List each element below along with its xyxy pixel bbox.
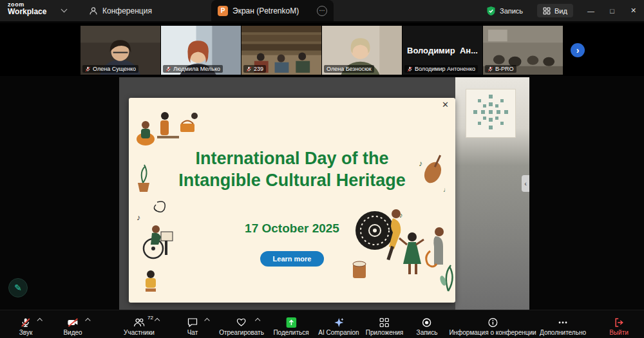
apps-grid-icon <box>379 317 390 328</box>
participants-video-strip: Олена Сущенко Людмила Мелько <box>0 23 644 76</box>
zoom-workplace-logo: zoom Workplace <box>8 2 46 16</box>
shared-screen-stage: ‹ ✕ ♪ <box>0 76 644 310</box>
participants-count-badge: 72 <box>147 315 153 321</box>
close-button[interactable]: ✕ <box>623 0 644 21</box>
shared-app-icon: P <box>218 6 228 16</box>
video-tile[interactable]: B-PRO <box>483 26 563 75</box>
mic-muted-icon <box>21 317 31 328</box>
popup-title: International Day of the Intangible Cult… <box>173 148 412 192</box>
view-button-label: Вид <box>554 7 567 15</box>
tab-shared-screen[interactable]: P Экран (PetrenkoM) ⋯ <box>211 0 334 21</box>
chat-button[interactable]: Чат <box>187 317 198 336</box>
chevron-up-icon[interactable] <box>204 318 209 323</box>
share-screen-button[interactable]: Поделиться <box>273 317 308 336</box>
participant-name-tag: B-PRO <box>485 65 516 73</box>
participant-name-tag: 239 <box>243 65 266 73</box>
apps-button[interactable]: Приложения <box>366 317 404 336</box>
participants-button[interactable]: 72 Участники <box>124 317 155 336</box>
mic-muted-icon <box>85 66 91 72</box>
leave-icon <box>614 317 624 328</box>
pencil-icon: ✎ <box>14 283 22 293</box>
leave-meeting-button[interactable]: Выйти <box>609 317 629 336</box>
brand-workplace: Workplace <box>8 8 46 16</box>
chevron-up-icon[interactable] <box>255 318 260 323</box>
zoom-meeting-window: zoom Workplace Конференция P Экран (Petr… <box>0 0 644 338</box>
people-icon <box>133 317 145 328</box>
participant-name-tag: Людмила Мелько <box>163 65 223 73</box>
annotate-button[interactable]: ✎ <box>8 278 28 297</box>
popup-close-icon[interactable]: ✕ <box>442 100 449 109</box>
video-button[interactable]: Видео <box>63 317 82 336</box>
embroidery-ornament-image <box>466 89 516 138</box>
share-screen-icon <box>286 317 296 328</box>
meeting-info-button[interactable]: Информация о конференции <box>449 317 536 336</box>
svg-text:♩: ♩ <box>443 186 450 193</box>
chevron-up-icon[interactable] <box>85 318 90 323</box>
audio-button[interactable]: Звук <box>19 317 33 336</box>
mic-muted-icon <box>246 66 252 72</box>
chevron-down-icon[interactable] <box>61 6 68 13</box>
window-controls: — □ ✕ <box>580 0 644 21</box>
chat-bubble-icon <box>187 317 198 328</box>
record-icon <box>422 317 432 328</box>
participant-name-tag: Володимир Антоненко <box>404 65 478 73</box>
more-button[interactable]: Дополнительно <box>540 317 586 336</box>
next-participants-button[interactable]: › <box>571 43 585 57</box>
svg-text:♪: ♪ <box>137 213 140 222</box>
video-tile[interactable]: Олена Сущенко <box>80 26 160 75</box>
chevron-up-icon[interactable] <box>37 318 43 323</box>
record-button[interactable]: Запись <box>417 317 438 336</box>
tab-options-icon[interactable]: ⋯ <box>317 6 327 16</box>
video-tile[interactable]: 239 <box>242 26 321 75</box>
mic-muted-icon <box>488 66 493 72</box>
shared-screen-content: ‹ ✕ ♪ <box>119 77 529 310</box>
shield-check-icon <box>486 6 496 16</box>
meeting-toolbar: Звук Видео 72 Участники Чат <box>0 310 644 338</box>
svg-text:♪: ♪ <box>419 159 422 168</box>
top-bar: zoom Workplace Конференция P Экран (Petr… <box>0 0 644 21</box>
video-tile[interactable]: Людмила Мелько <box>161 26 241 75</box>
illustration-left: ♪ <box>131 106 218 296</box>
video-tile-active-speaker[interactable]: Олена Безносюк <box>322 26 402 75</box>
popup-date: 17 October 2025 <box>129 221 455 236</box>
reactions-button[interactable]: Отреагировать <box>219 317 264 336</box>
recording-indicator[interactable]: Запись <box>486 0 523 21</box>
person-icon <box>89 6 98 15</box>
mic-muted-icon <box>166 66 171 72</box>
maximize-button[interactable]: □ <box>601 0 623 21</box>
view-button[interactable]: Вид <box>537 4 573 17</box>
mic-muted-icon <box>407 66 413 72</box>
participant-name-tag: Олена Сущенко <box>82 65 138 73</box>
recording-label: Запись <box>500 7 523 15</box>
heritage-day-popup: ✕ ♪ <box>129 98 455 303</box>
tab-conference-label: Конференция <box>102 6 152 15</box>
chevron-up-icon[interactable] <box>155 318 160 323</box>
info-icon <box>488 317 498 328</box>
video-tile[interactable]: Володимир Ан... Володимир Антоненко <box>402 26 482 75</box>
collapse-panel-arrow[interactable]: ‹ <box>522 175 529 192</box>
ai-companion-button[interactable]: AI Companion <box>318 317 359 336</box>
layout-grid-icon <box>543 7 551 15</box>
camera-muted-icon <box>67 317 79 328</box>
tab-shared-screen-label: Экран (PetrenkoM) <box>232 6 312 15</box>
more-dots-icon <box>558 317 568 328</box>
minimize-button[interactable]: — <box>580 0 601 21</box>
tab-conference[interactable]: Конференция <box>82 0 158 21</box>
sparkle-icon <box>334 317 344 328</box>
learn-more-button[interactable]: Learn more <box>260 251 325 267</box>
heart-icon <box>236 317 247 327</box>
participant-name-tag: Олена Безносюк <box>324 65 374 73</box>
